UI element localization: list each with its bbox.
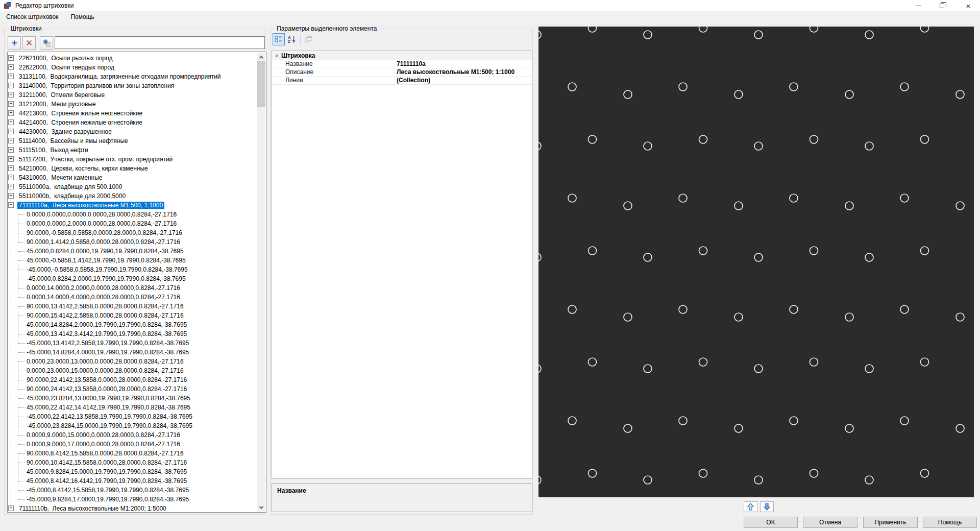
tree-item-label[interactable]: 71111110b, Леса высокоствольные М1:2000;… <box>17 505 168 512</box>
tree-subitem-label[interactable]: 45.0000,14.8284,2.0000,19.7990,19.7990,0… <box>27 321 187 328</box>
tree-subitem[interactable]: 90.0000,-0.5858,0.5858,0.0000,28.0000,0.… <box>8 228 257 237</box>
property-category-row[interactable]: ∨ Штриховка <box>272 51 532 60</box>
tree-subitem-label[interactable]: 0.0000,0.0000,2.0000,0.0000,28.0000,0.82… <box>27 220 177 227</box>
close-button[interactable]: × <box>957 0 980 11</box>
tree-subitem-label[interactable]: 90.0000,24.4142,13.5858,0.0000,28.0000,0… <box>27 385 187 393</box>
scrollbar-thumb[interactable] <box>257 61 265 107</box>
expand-icon[interactable]: + <box>8 505 14 511</box>
tree-subitem-label[interactable]: 45.0000,9.8284,15.0000,19.7990,19.7990,0… <box>27 468 187 475</box>
tree-subitem[interactable]: 90.0000,13.4142,2.5858,0.0000,28.0000,0.… <box>8 302 257 311</box>
tree-subitem[interactable]: 90.0000,10.4142,15.5858,0.0000,28.0000,0… <box>8 458 257 467</box>
tree-subitem[interactable]: -45.0000,14.8284,4.0000,19.7990,19.7990,… <box>8 348 257 357</box>
tree-subitem[interactable]: 45.0000,22.4142,14.4142,19.7990,19.7990,… <box>8 403 257 412</box>
menu-hatch-list[interactable]: Список штриховок <box>0 12 64 22</box>
expand-icon[interactable]: + <box>8 193 14 199</box>
tree-item-label[interactable]: 44213000, Строения жилые неогнестойкие <box>17 110 144 117</box>
tree-item[interactable]: +31140000, Территория разливов или зоны … <box>8 81 257 90</box>
tree-subitem[interactable]: 45.0000,9.8284,15.0000,19.7990,19.7990,0… <box>8 467 257 476</box>
tree-subitem[interactable]: 0.0000,0.0000,2.0000,0.0000,28.0000,0.82… <box>8 219 257 228</box>
tree-item[interactable]: +44230000, Здание разрушенное <box>8 127 257 136</box>
tree-item[interactable]: +31211000, Отмели береговые <box>8 90 257 100</box>
tree-subitem-label[interactable]: 0.0000,14.0000,4.0000,0.0000,28.0000,0.8… <box>27 294 180 301</box>
tree-item-label[interactable]: 22621000, Осыпи рыхлых пород <box>17 55 114 62</box>
alphabetical-sort-button[interactable]: A Z <box>286 33 298 45</box>
tree-subitem[interactable]: 0.0000,9.0000,15.0000,0.0000,28.0000,0.8… <box>8 430 257 440</box>
tree-item[interactable]: +51117200, Участки, покрытые отх. пром. … <box>8 155 257 164</box>
tree-item-label[interactable]: 31131100, Водохранилища, загрязненные от… <box>17 73 223 80</box>
tree-item[interactable]: +51115100, Выход нефти <box>8 146 257 155</box>
property-value[interactable]: 71111110a <box>395 60 532 68</box>
tree-subitem[interactable]: -45.0000,-0.5858,0.5858,19.7990,19.7990,… <box>8 265 257 274</box>
tree-subitem-label[interactable]: 45.0000,13.4142,3.4142,19.7990,19.7990,0… <box>27 330 187 337</box>
expand-icon[interactable]: + <box>8 138 14 143</box>
tree-item[interactable]: +51114000, Бассейны и ямы нефтяные <box>8 136 257 146</box>
tree-subitem[interactable]: 0.0000,14.0000,2.0000,0.0000,28.0000,0.8… <box>8 283 257 293</box>
move-up-button[interactable] <box>744 501 757 512</box>
expand-icon[interactable]: + <box>8 101 14 107</box>
ok-button[interactable]: OK <box>744 517 798 528</box>
tree-subitem-label[interactable]: 0.0000,23.0000,15.0000,0.0000,28.0000,0.… <box>27 367 184 374</box>
hatch-tree[interactable]: +22621000, Осыпи рыхлых пород+22622000, … <box>7 52 266 513</box>
tree-item[interactable]: +71111110b, Леса высокоствольные М1:2000… <box>8 504 257 512</box>
tree-subitem[interactable]: -45.0000,22.4142,13.5858,19.7990,19.7990… <box>8 412 257 421</box>
property-value[interactable]: (Collection) <box>395 77 532 84</box>
expand-icon[interactable]: + <box>8 147 14 153</box>
tree-item-label[interactable]: 54210000, Церкви, костелы, кирхи каменны… <box>17 165 150 172</box>
tree-subitem-label[interactable]: -45.0000,-0.5858,0.5858,19.7990,19.7990,… <box>27 266 188 273</box>
expand-icon[interactable]: + <box>8 110 14 116</box>
tree-subitem-label[interactable]: 45.0000,8.4142,16.4142,19.7990,19.7990,0… <box>27 477 187 485</box>
tree-subitem-label[interactable]: 90.0000,8.4142,15.5858,0.0000,28.0000,0.… <box>27 450 184 457</box>
tree-item-label[interactable]: 31211000, Отмели береговые <box>17 91 106 99</box>
tree-item[interactable]: +31212000, Мели русловые <box>8 100 257 109</box>
tree-subitem[interactable]: 45.0000,-0.5858,1.4142,19.7990,19.7990,0… <box>8 256 257 265</box>
tree-subitem-label[interactable]: -45.0000,9.8284,17.0000,19.7990,19.7990,… <box>27 496 189 503</box>
tree-item[interactable]: +22622000, Осыпи твердых пород <box>8 63 257 72</box>
tree-subitem-label[interactable]: 45.0000,0.8284,0.0000,19.7990,19.7990,0.… <box>27 248 184 255</box>
tree-subitem[interactable]: -45.0000,9.8284,17.0000,19.7990,19.7990,… <box>8 495 257 504</box>
tree-subitem-label[interactable]: 0.0000,23.0000,13.0000,0.0000,28.0000,0.… <box>27 358 184 365</box>
tree-item-label[interactable]: 31212000, Мели русловые <box>17 101 97 108</box>
tree-item[interactable]: +22621000, Осыпи рыхлых пород <box>8 54 257 63</box>
expand-icon[interactable]: + <box>8 175 14 180</box>
tree-subitem-label[interactable]: -45.0000,23.8284,15.0000,19.7990,19.7990… <box>27 422 192 429</box>
apply-button[interactable]: Применить <box>863 517 918 528</box>
tree-subitem-label[interactable]: 45.0000,22.4142,14.4142,19.7990,19.7990,… <box>27 404 190 411</box>
tree-subitem-label[interactable]: 90.0000,15.4142,2.5858,0.0000,28.0000,0.… <box>27 312 184 319</box>
tree-subitem-label[interactable]: 45.0000,23.8284,13.0000,19.7990,19.7990,… <box>27 395 190 402</box>
property-row[interactable]: Линии (Collection) <box>272 77 532 85</box>
minimize-button[interactable] <box>906 0 930 11</box>
add-hatch-button[interactable]: + <box>8 36 21 50</box>
expand-icon[interactable]: + <box>8 119 14 125</box>
tree-item[interactable]: +55110000b, кладбище для 2000,5000 <box>8 191 257 201</box>
cancel-button[interactable]: Отмена <box>803 517 857 528</box>
expand-icon[interactable]: + <box>8 83 14 88</box>
tree-subitem[interactable]: 90.0000,24.4142,13.5858,0.0000,28.0000,0… <box>8 384 257 394</box>
property-value[interactable]: Леса высокоствольные М1:500; 1:1000 <box>395 68 532 76</box>
tree-subitem[interactable]: 45.0000,0.8284,0.0000,19.7990,19.7990,0.… <box>8 247 257 256</box>
tree-subitem[interactable]: 0.0000,14.0000,4.0000,0.0000,28.0000,0.8… <box>8 293 257 302</box>
tree-item[interactable]: −71111110a, Леса высокоствольные М1:500;… <box>8 201 257 210</box>
tree-subitem-label[interactable]: -45.0000,8.4142,15.5858,19.7990,19.7990,… <box>27 487 189 494</box>
tree-subitem[interactable]: -45.0000,0.8284,2.0000,19.7990,19.7990,0… <box>8 274 257 283</box>
scrollbar-up-icon[interactable] <box>257 53 265 61</box>
menu-help[interactable]: Помощь <box>64 12 100 22</box>
property-label[interactable]: Линии <box>281 77 395 84</box>
tree-subitem[interactable]: 0.0000,0.0000,0.0000,0.0000,28.0000,0.82… <box>8 210 257 219</box>
tree-scrollbar[interactable] <box>257 53 265 512</box>
tree-subitem-label[interactable]: 90.0000,22.4142,13.5858,0.0000,28.0000,0… <box>27 376 187 383</box>
tree-item-label[interactable]: 22622000, Осыпи твердых пород <box>17 64 116 71</box>
tree-item-label[interactable]: 31140000, Территория разливов или зоны з… <box>17 82 176 89</box>
tree-subitem-label[interactable]: 90.0000,13.4142,2.5858,0.0000,28.0000,0.… <box>27 303 184 310</box>
tree-item[interactable]: +31131100, Водохранилища, загрязненные о… <box>8 72 257 81</box>
property-row[interactable]: Описание Леса высокоствольные М1:500; 1:… <box>272 68 532 77</box>
tree-item[interactable]: +54310000, Мечети каменные <box>8 173 257 182</box>
tree-subitem-label[interactable]: 45.0000,-0.5858,1.4142,19.7990,19.7990,0… <box>27 257 186 264</box>
property-label[interactable]: Описание <box>281 68 395 76</box>
tree-subitem[interactable]: 0.0000,9.0000,17.0000,0.0000,28.0000,0.8… <box>8 440 257 449</box>
tree-subitem-label[interactable]: 90.0000,10.4142,15.5858,0.0000,28.0000,0… <box>27 459 187 466</box>
expand-icon[interactable]: + <box>8 156 14 162</box>
tree-item[interactable]: +44214000, Строения нежилые огнестойкие <box>8 118 257 127</box>
tree-subitem-label[interactable]: -45.0000,22.4142,13.5858,19.7990,19.7990… <box>27 413 192 420</box>
tree-subitem[interactable]: 0.0000,23.0000,15.0000,0.0000,28.0000,0.… <box>8 366 257 375</box>
expand-icon[interactable]: + <box>8 74 14 79</box>
